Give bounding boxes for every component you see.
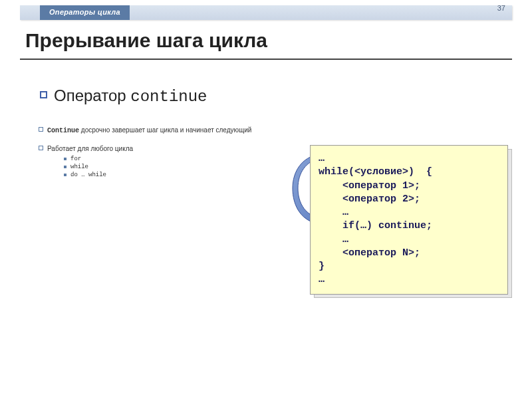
hollow-bullet-icon (39, 127, 43, 132)
bullet-icon (40, 91, 47, 98)
subtitle-keyword: continue (130, 88, 207, 106)
loop-type-label: do … while (70, 172, 106, 178)
code-box: … while(<условие>) { <оператор 1>; <опер… (310, 145, 508, 295)
desc-text-2: Работает для любого цикла (47, 144, 133, 153)
loop-type-label: while (70, 164, 88, 170)
desc-row-2: Работает для любого цикла (39, 144, 325, 153)
page-number: 37 (497, 4, 505, 12)
desc1-rest: досрочно завершает шаг цикла и начинает … (79, 126, 251, 134)
page-title: Прерывание шага цикла (25, 29, 532, 52)
desc1-keyword: Continue (47, 127, 79, 134)
dot-bullet-icon (64, 174, 66, 176)
code-content: … while(<условие>) { <оператор 1>; <опер… (310, 145, 508, 295)
loop-type-label: for (70, 156, 81, 162)
dot-bullet-icon (64, 166, 66, 168)
header-bar: Операторы цикла (20, 5, 512, 20)
subtitle-text: Оператор continue (54, 86, 207, 106)
hollow-bullet-icon (39, 146, 43, 150)
dot-bullet-icon (64, 158, 66, 160)
subtitle-row: Оператор continue (40, 86, 532, 106)
subtitle-prefix: Оператор (54, 86, 130, 104)
section-title: Операторы цикла (40, 5, 130, 20)
desc-row-1: Continue досрочно завершает шаг цикла и … (39, 126, 325, 135)
title-rule (20, 59, 512, 60)
desc-text-1: Continue досрочно завершает шаг цикла и … (47, 126, 251, 135)
